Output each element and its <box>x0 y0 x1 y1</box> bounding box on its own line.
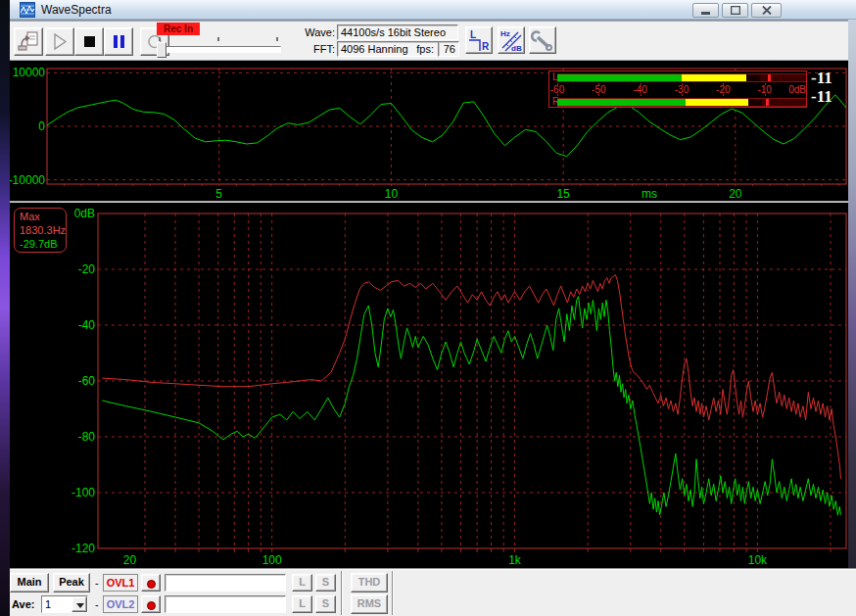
chevron-down-icon <box>76 603 84 608</box>
peak-tab-button[interactable]: Peak <box>53 573 90 592</box>
spectrum-chart: 0dB-20-40-60-80-100-120201001k10k <box>10 203 848 568</box>
rms-button[interactable]: RMS <box>351 594 388 614</box>
meter-scale-tick <box>641 83 642 85</box>
slider-groove[interactable] <box>157 46 281 53</box>
position-slider[interactable] <box>157 37 281 59</box>
open-file-icon <box>15 28 42 55</box>
main-tab-button[interactable]: Main <box>10 573 49 592</box>
level-bar-left <box>557 73 806 82</box>
wave-label: Wave: <box>289 26 335 38</box>
ovl1-file-input[interactable] <box>165 574 286 592</box>
lr-channel-button[interactable]: L R <box>465 26 493 54</box>
meter-scale-tick <box>806 94 807 96</box>
ovl2-button[interactable]: OVL2 <box>103 595 138 613</box>
ovl1-save-button[interactable]: S <box>315 574 336 592</box>
svg-text:dB: dB <box>511 44 522 53</box>
meter-scale-tick <box>723 83 724 85</box>
svg-text:15: 15 <box>556 187 570 201</box>
pause-button[interactable] <box>104 27 133 56</box>
desktop-background <box>0 0 10 616</box>
maximize-button[interactable] <box>722 3 748 18</box>
meter-green-segment <box>557 74 682 81</box>
meter-green-segment <box>557 99 686 106</box>
ovl1-color-button[interactable] <box>141 574 161 592</box>
ave-label: Ave: <box>12 598 34 610</box>
peak-frequency: 1830.3Hz <box>20 223 66 237</box>
meter-peak-tick <box>766 99 769 106</box>
ovl1-load-button[interactable]: L <box>292 574 312 592</box>
meter-scale-tick <box>557 83 558 85</box>
svg-text:-40: -40 <box>78 318 96 332</box>
svg-text:0dB: 0dB <box>74 207 95 220</box>
meter-zero-label: 0dB <box>781 84 806 95</box>
level-meter: L -60-50-40-30-20-100dB R <box>548 71 807 108</box>
svg-text:100: 100 <box>262 553 282 567</box>
meter-yellow-segment <box>686 99 748 106</box>
trace-left-channel <box>102 297 840 515</box>
slider-thumb[interactable] <box>157 42 166 58</box>
meter-scale-tick <box>723 94 724 96</box>
stop-icon <box>75 28 103 55</box>
ave-value: 1 <box>45 598 51 610</box>
close-button[interactable] <box>751 3 782 18</box>
slider-tick <box>217 37 219 41</box>
meter-scale-tick <box>641 94 642 96</box>
svg-text:-60: -60 <box>78 374 96 388</box>
ave-select[interactable]: 1 <box>41 595 88 613</box>
svg-text:ms: ms <box>642 187 657 201</box>
maximize-icon <box>731 6 740 15</box>
svg-text:Hz: Hz <box>500 29 510 38</box>
ovl1-button[interactable]: OVL1 <box>103 574 138 592</box>
level-value-right: -11 <box>811 88 848 106</box>
peak-level: -29.7dB <box>20 237 66 251</box>
dash-label: - <box>95 577 99 589</box>
ovl2-color-button[interactable] <box>141 595 161 613</box>
meter-scale-tick <box>598 83 599 85</box>
wavespectra-window: WaveSpectra <box>10 0 856 616</box>
meter-scale-tick <box>682 83 683 85</box>
meter-scale-tick <box>682 94 683 96</box>
settings-button[interactable] <box>529 26 556 54</box>
spectrum-traces <box>102 275 840 515</box>
svg-text:10k: 10k <box>748 553 768 567</box>
thd-button[interactable]: THD <box>351 573 388 592</box>
play-button[interactable] <box>45 27 74 56</box>
divider <box>341 571 343 615</box>
peak-readout: Max 1830.3Hz -29.7dB <box>14 208 67 253</box>
minimize-button[interactable] <box>692 3 719 18</box>
peak-readout-title: Max <box>20 210 66 223</box>
app-icon <box>20 2 35 18</box>
wave-format-display: 44100s/s 16bit Stereo <box>337 24 458 40</box>
wrench-icon <box>530 27 555 53</box>
svg-text:-120: -120 <box>71 542 95 555</box>
waveform-panel: 100000-100005101520ms L -60-50-40-30-20-… <box>10 61 848 203</box>
svg-text:-20: -20 <box>78 262 96 276</box>
ave-dropdown-button[interactable] <box>71 596 87 612</box>
ovl1-color-dot-icon <box>147 580 156 589</box>
panel-splitter <box>10 201 848 203</box>
bottom-controls: Main Peak - OVL1 L S THD Ave: 1 - OVL2 L… <box>10 568 856 616</box>
open-wave-file-button[interactable] <box>14 27 43 56</box>
titlebar[interactable]: WaveSpectra <box>10 0 856 20</box>
level-value-left: -11 <box>811 70 848 87</box>
hz-db-scale-button[interactable]: Hz dB <box>498 26 525 54</box>
slider-tick <box>159 37 161 41</box>
svg-text:20: 20 <box>123 553 137 567</box>
meter-remainder-segment <box>760 74 806 81</box>
window-title: WaveSpectra <box>41 3 112 17</box>
meter-scale-tick <box>598 94 599 96</box>
ovl2-load-button[interactable]: L <box>292 595 312 613</box>
svg-text:10: 10 <box>385 187 399 201</box>
stop-button[interactable] <box>74 27 104 56</box>
level-bar-right <box>557 98 806 107</box>
divider <box>392 571 394 615</box>
ovl2-file-input[interactable] <box>165 595 286 613</box>
slider-tick <box>276 37 278 41</box>
trace-right-channel <box>102 275 840 479</box>
svg-text:-100: -100 <box>71 486 95 499</box>
spectrum-panel: 0dB-20-40-60-80-100-120201001k10k Max 18… <box>10 203 848 568</box>
hz-db-ruler-icon: Hz dB <box>499 27 524 53</box>
rec-in-indicator: Rec In <box>157 23 200 35</box>
ovl2-save-button[interactable]: S <box>315 595 336 613</box>
svg-text:0: 0 <box>38 119 45 133</box>
